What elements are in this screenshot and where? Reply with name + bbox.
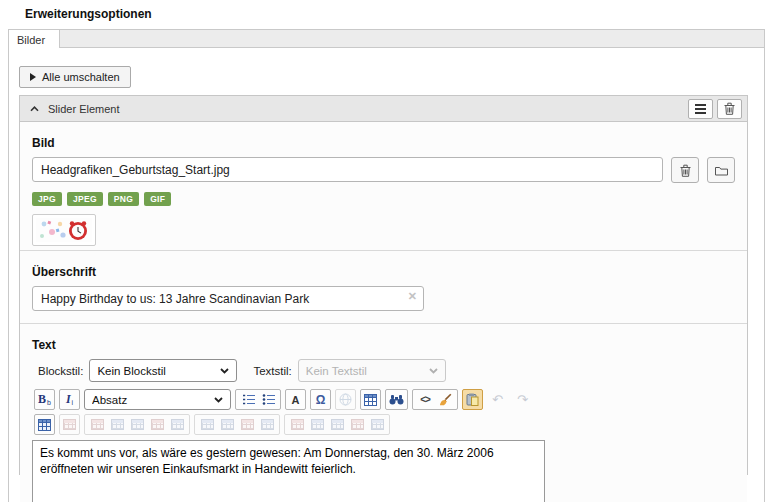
globe-icon [339, 393, 352, 406]
delete-cell-button [347, 419, 367, 430]
tab-bilder[interactable]: Bilder [8, 29, 60, 50]
blockstyle-value: Kein Blockstil [97, 365, 220, 377]
column-properties-icon [201, 419, 214, 430]
rte-editor[interactable]: Es kommt uns vor, als wäre es gestern ge… [32, 440, 545, 502]
clear-headline-icon[interactable]: ✕ [408, 291, 417, 302]
chevron-down-icon [220, 368, 229, 374]
image-file-row [32, 157, 735, 183]
headline-field-label: Überschrift [32, 265, 735, 279]
toggle-all-label: Alle umschalten [42, 71, 120, 83]
textstyle-label: Textstil: [253, 365, 291, 377]
toggle-table-borders-button[interactable] [34, 414, 55, 435]
paragraph-format-value: Absatz [92, 394, 214, 406]
paragraph-format-select[interactable]: Absatz [84, 389, 231, 410]
insert-row-before-icon [111, 419, 124, 430]
redo-button: ↷ [512, 389, 533, 410]
redo-icon: ↷ [517, 392, 528, 407]
omega-icon: Ω [316, 393, 326, 407]
insert-row-after-icon [131, 419, 144, 430]
undo-icon: ↶ [492, 392, 503, 407]
cleanup-button-group: <> [412, 389, 458, 410]
insert-column-button [217, 419, 237, 430]
remove-image-button[interactable] [671, 157, 699, 183]
chevron-down-icon [429, 368, 438, 374]
italic-button[interactable]: Ii [59, 389, 80, 410]
cell-properties-icon [291, 419, 304, 430]
cell-operations-group [284, 414, 390, 435]
insert-cell-after-button [327, 419, 347, 430]
image-filename-input[interactable] [32, 157, 663, 182]
filetype-badge-gif: GIF [144, 192, 171, 206]
insert-table-button[interactable] [360, 389, 381, 410]
ordered-list-button[interactable] [238, 394, 258, 405]
browse-files-button[interactable] [707, 157, 735, 183]
panel-header[interactable]: Slider Element [20, 96, 747, 122]
italic-sub: i [72, 399, 74, 406]
table-borders-icon [38, 419, 51, 431]
filetype-badge-jpg: JPG [32, 192, 62, 206]
row-properties-button [87, 419, 107, 430]
bold-sub: b [47, 399, 51, 406]
image-thumbnail [32, 214, 96, 246]
image-section: Bild JPG JPEG PNG GIF [20, 122, 747, 250]
rte-table-toolbar [34, 414, 735, 435]
trash-icon [680, 164, 691, 177]
textstyle-value: Kein Textstil [306, 365, 429, 377]
view-source-button[interactable]: <> [415, 394, 435, 405]
delete-row-button [147, 419, 167, 430]
trash-icon [724, 102, 735, 115]
merge-cells-icon [371, 419, 384, 430]
split-column-icon [261, 419, 274, 430]
blockstyle-label: Blockstil: [38, 365, 83, 377]
insert-cell-before-icon [311, 419, 324, 430]
rte-format-toolbar: Bb Ii Absatz [34, 389, 735, 410]
clipboard-paste-icon [466, 393, 479, 406]
insert-row-before-button [107, 419, 127, 430]
folder-icon [715, 165, 728, 176]
filetype-badge-png: PNG [108, 192, 139, 206]
extension-options-pane: Erweiterungsoptionen Bilder Alle umschal… [0, 0, 772, 502]
text-color-button[interactable]: A [285, 389, 306, 410]
chevron-down-icon [214, 397, 223, 403]
find-replace-button[interactable] [385, 389, 408, 410]
headline-input[interactable] [32, 286, 424, 311]
column-operations-group [194, 414, 280, 435]
bold-button[interactable]: Bb [34, 389, 55, 410]
delete-row-icon [151, 419, 164, 430]
broom-icon [438, 393, 452, 406]
remove-format-button[interactable] [435, 393, 455, 406]
toggle-all-button[interactable]: Alle umschalten [19, 66, 131, 88]
headline-section: Überschrift ✕ [20, 250, 747, 323]
blockstyle-select[interactable]: Kein Blockstil [89, 359, 237, 382]
bullet-list-icon [262, 394, 275, 405]
source-code-icon: <> [420, 394, 430, 405]
bullet-list-button[interactable] [258, 394, 278, 405]
drag-handle-button[interactable] [688, 99, 713, 119]
drag-handle-icon [695, 104, 706, 114]
image-field-label: Bild [32, 136, 735, 150]
text-section: Text Blockstil: Kein Blockstil Textstil:… [20, 323, 747, 502]
undo-button: ↶ [487, 389, 508, 410]
text-color-icon: A [292, 394, 300, 406]
tab-content: Alle umschalten Slider Element Bi [8, 48, 765, 502]
insert-row-after-button [127, 419, 147, 430]
panel-body: Bild JPG JPEG PNG GIF [20, 122, 747, 502]
merge-cells-button [367, 419, 387, 430]
list-button-group [235, 389, 281, 410]
special-character-button[interactable]: Ω [310, 389, 331, 410]
bold-icon: B [38, 392, 46, 407]
allowed-filetypes: JPG JPEG PNG GIF [32, 192, 735, 206]
ordered-list-icon [242, 394, 255, 405]
insert-cell-after-icon [331, 419, 344, 430]
table-icon [364, 394, 377, 406]
delete-column-icon [241, 419, 254, 430]
chevron-up-icon [30, 106, 39, 112]
page-title: Erweiterungsoptionen [25, 7, 152, 21]
insert-column-icon [221, 419, 234, 430]
filetype-badge-jpeg: JPEG [67, 192, 103, 206]
delete-element-button[interactable] [717, 99, 742, 119]
paste-behaviour-button[interactable] [462, 389, 483, 410]
tab-bar: Bilder [8, 29, 765, 48]
rte-editor-text: Es kommt uns vor, als wäre es gestern ge… [40, 446, 494, 476]
split-row-button [167, 419, 187, 430]
